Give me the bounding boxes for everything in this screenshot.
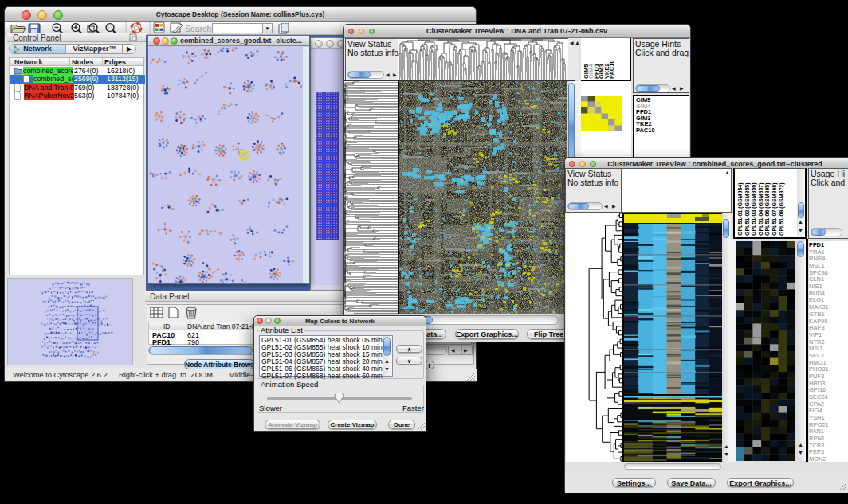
svg-text:1:1: 1:1 xyxy=(108,25,113,30)
